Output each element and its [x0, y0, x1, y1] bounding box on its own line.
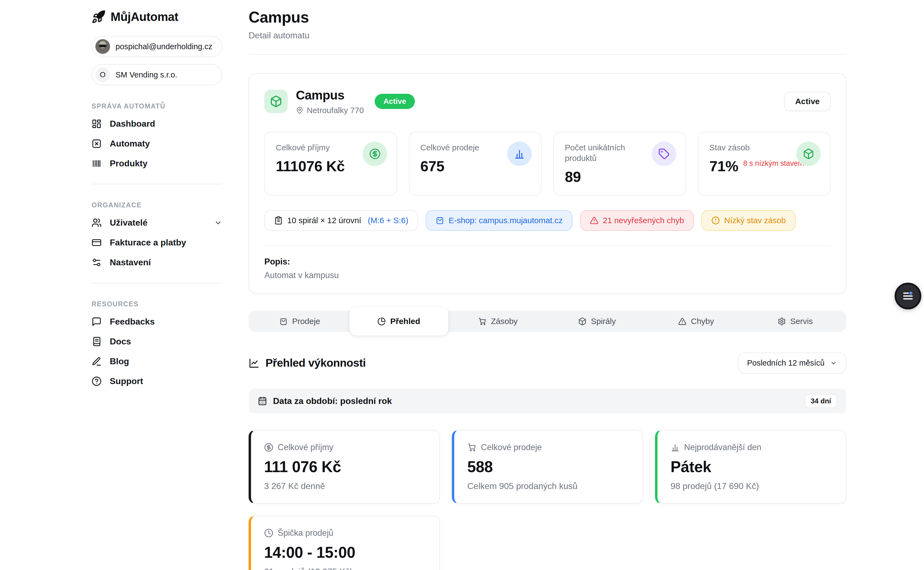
- perf-card-sub: 3 267 Kč denně: [264, 481, 426, 491]
- floating-widget-button[interactable]: [895, 283, 921, 310]
- user-account-button[interactable]: pospichal@underholding.cz: [92, 36, 222, 57]
- users-icon: [92, 218, 102, 228]
- machine-detail-card: Campus Netroufalky 770 Active Active Cel…: [249, 73, 846, 294]
- status-badge: Active: [375, 94, 415, 109]
- stat-label: Stav zásob: [709, 142, 796, 153]
- tag-icon: [652, 142, 676, 166]
- sidebar-item-label: Dashboard: [110, 119, 155, 129]
- period-days-badge: 34 dní: [805, 394, 837, 408]
- status-toggle-button[interactable]: Active: [784, 92, 831, 111]
- perf-card-label: Špička prodejů: [278, 528, 333, 538]
- sidebar-item-automaty[interactable]: Automaty: [92, 134, 222, 153]
- sidebar-item-label: Fakturace a platby: [110, 238, 186, 248]
- tab-zasoby[interactable]: Zásoby: [448, 311, 547, 332]
- sliders-icon: [92, 257, 102, 267]
- low-stock-chip: Nízký stav zásob: [701, 210, 796, 231]
- tab-label: Spirály: [591, 317, 616, 326]
- alert-badge-icon: [711, 216, 720, 225]
- nav-machines: Dashboard Automaty Produkty: [92, 114, 222, 173]
- tab-prodeje[interactable]: Prodeje: [250, 311, 350, 332]
- sidebar-item-support[interactable]: Support: [92, 371, 222, 391]
- errors-text: 21 nevyřešených chyb: [603, 216, 684, 225]
- stat-label: Celkové příjmy: [276, 142, 363, 153]
- sidebar-item-label: Blog: [110, 356, 129, 366]
- cart-icon: [478, 317, 487, 326]
- org-avatar: O: [95, 67, 110, 82]
- machine-name: Campus: [296, 88, 364, 103]
- perf-card-value: 588: [467, 458, 629, 476]
- sidebar-item-label: Nastavení: [110, 257, 151, 267]
- sidebar-item-label: Docs: [110, 337, 131, 346]
- chevron-down-icon: [830, 360, 837, 367]
- perf-card-sub: 98 prodejů (17 690 Kč): [670, 481, 833, 491]
- main-content: Campus Detail automatu Campus Netroufalk…: [249, 0, 846, 570]
- stat-label: Počet unikátních produktů: [565, 142, 652, 163]
- perf-card-value: 14:00 - 15:00: [264, 543, 426, 561]
- chevron-down-icon: [214, 219, 222, 227]
- organization-switcher[interactable]: O SM Vending s.r.o.: [92, 64, 222, 85]
- sidebar-section-organization: ORGANIZACE: [92, 201, 222, 209]
- sidebar-item-docs[interactable]: Docs: [92, 332, 222, 351]
- user-email: pospichal@underholding.cz: [116, 42, 212, 51]
- low-stock-warning: 8 s nízkým stavem: [743, 159, 804, 168]
- line-chart-icon: [249, 358, 260, 369]
- sidebar-item-uzivatele[interactable]: Uživatelé: [92, 213, 222, 233]
- list-notification-icon: [902, 290, 914, 302]
- sidebar-item-dashboard[interactable]: Dashboard: [92, 114, 222, 134]
- shop-bag-icon: [279, 317, 288, 326]
- warning-triangle-icon: [590, 216, 599, 225]
- warning-triangle-icon: [678, 317, 687, 326]
- perf-card-value: 111 076 Kč: [264, 458, 426, 476]
- sidebar-item-feedbacks[interactable]: Feedbacks: [92, 312, 222, 332]
- sidebar-divider: [92, 184, 222, 184]
- dollar-circle-icon: [363, 142, 387, 166]
- vending-machine-icon: [92, 139, 102, 149]
- tab-spiraly[interactable]: Spirály: [547, 311, 647, 332]
- perf-card-peak-hours: Špička prodejů 14:00 - 15:00 61 prodejů …: [249, 516, 440, 570]
- pie-chart-icon: [377, 317, 386, 326]
- tab-servis[interactable]: Servis: [745, 311, 845, 332]
- eshop-link-chip[interactable]: E-shop: campus.mujautomat.cz: [426, 210, 573, 231]
- period-info-bar: Data za období: poslední rok 34 dní: [249, 389, 846, 413]
- perf-card-label: Celkové prodeje: [481, 443, 542, 452]
- spirals-config-text: 10 spirál × 12 úrovní: [287, 216, 361, 225]
- tab-label: Přehled: [390, 317, 420, 326]
- shop-bag-icon: [435, 216, 444, 225]
- bar-chart-icon: [670, 443, 680, 452]
- machine-title-block: Campus Netroufalky 770: [296, 88, 364, 115]
- clock-icon: [264, 529, 273, 538]
- sidebar-section-resources: RESOURCES: [92, 300, 222, 308]
- package-circle-icon: [796, 142, 821, 166]
- gear-icon: [777, 317, 786, 326]
- calendar-icon: [258, 396, 267, 406]
- tab-label: Chyby: [691, 317, 714, 326]
- sidebar-item-fakturace[interactable]: Fakturace a platby: [92, 233, 222, 253]
- sidebar-divider: [92, 283, 222, 283]
- sidebar-item-nastaveni[interactable]: Nastavení: [92, 253, 222, 272]
- machine-card-divider: [264, 245, 831, 246]
- package-icon: [578, 317, 586, 326]
- user-avatar: [95, 39, 110, 54]
- perf-card-revenue: Celkové příjmy 111 076 Kč 3 267 Kč denně: [249, 430, 440, 504]
- machine-card-header: Campus Netroufalky 770 Active Active: [264, 88, 831, 115]
- sidebar-section-machines: SPRÁVA AUTOMATŮ: [92, 102, 222, 110]
- eshop-link-text: E-shop: campus.mujautomat.cz: [449, 216, 563, 225]
- date-range-select[interactable]: Posledních 12 měsíců: [738, 352, 846, 374]
- tab-chyby[interactable]: Chyby: [647, 311, 746, 332]
- app-logo[interactable]: MůjAutomat: [92, 10, 222, 24]
- stat-card-stock: Stav zásob 71% 8 s nízkým stavem: [698, 132, 831, 195]
- dollar-circle-icon: [264, 443, 273, 452]
- errors-chip: 21 nevyřešených chyb: [580, 210, 694, 231]
- perf-card-label: Nejprodávanější den: [684, 443, 761, 452]
- machine-description: Popis: Automat v kampusu: [264, 257, 831, 280]
- perf-card-label-row: Nejprodávanější den: [670, 443, 833, 452]
- perf-card-label-row: Celkové prodeje: [467, 443, 629, 452]
- sidebar-item-produkty[interactable]: Produkty: [92, 153, 222, 173]
- perf-card-label-row: Špička prodejů: [264, 528, 426, 538]
- cart-icon: [467, 443, 477, 452]
- nav-organization: Uživatelé Fakturace a platby Nastavení: [92, 213, 222, 272]
- stat-label: Celkové prodeje: [420, 142, 507, 153]
- tab-prehled[interactable]: Přehled: [350, 307, 449, 336]
- sidebar-item-blog[interactable]: Blog: [92, 351, 222, 371]
- rocket-icon: [92, 10, 106, 24]
